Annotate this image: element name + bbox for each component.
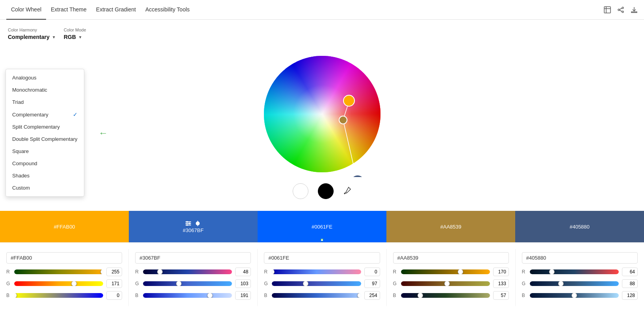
channel-row-g-1: G [135,279,251,288]
slider-r-3[interactable] [401,269,490,274]
channel-label-b: B [393,293,398,298]
channel-value-input-g-1[interactable] [235,279,251,288]
swatch-3[interactable]: #AA8539 [386,211,515,242]
svg-point-21 [196,221,200,225]
controls-row: Color Harmony Complementary ▼ Color Mode… [8,28,86,40]
svg-line-5 [620,10,622,11]
color-harmony-dropdown[interactable]: Complementary ▼ [8,34,56,40]
svg-point-20 [186,224,188,226]
color-wheel-svg[interactable] [259,51,385,177]
channel-label-b: B [135,293,140,298]
chevron-down-icon: ▼ [52,35,56,39]
slider-b-0[interactable] [14,293,103,298]
main-content: Color Harmony Complementary ▼ Color Mode… [0,20,644,199]
slider-g-3[interactable] [401,281,490,286]
dropdown-item-split-complementary[interactable]: Split Complementary [6,121,84,133]
slider-b-4[interactable] [530,293,619,298]
download-icon[interactable] [631,6,638,13]
channel-row-g-3: G [393,279,509,288]
black-circle[interactable] [318,183,334,199]
color-mode-dropdown[interactable]: RGB ▼ [64,34,86,40]
channel-value-input-b-1[interactable] [235,291,251,300]
tab-color-wheel[interactable]: Color Wheel [6,0,46,20]
dropdown-item-double-split-complementary[interactable]: Double Split Complementary [6,133,84,145]
color-harmony-label: Color Harmony [8,28,56,32]
channel-value-input-r-2[interactable] [364,268,380,276]
swatch-1[interactable]: #3067BF [129,211,258,242]
tab-extract-gradient[interactable]: Extract Gradient [91,0,141,20]
svg-line-4 [620,8,622,9]
channel-label-r: R [6,269,11,275]
swatch-2[interactable]: #0061FE▼▲ [258,211,386,242]
swatch-hex-1: #3067BF [183,227,204,233]
slider-thumb [357,293,361,298]
channel-value-input-g-3[interactable] [493,279,509,288]
channel-value-input-b-2[interactable] [364,291,380,300]
channel-label-r: R [135,269,140,275]
svg-rect-0 [604,7,611,13]
color-column-2: RGB [258,249,386,306]
dropdown-item-compound[interactable]: Compound [6,157,84,170]
slider-r-1[interactable] [143,269,232,274]
hex-input-0[interactable] [6,252,122,264]
expand-icon[interactable] [604,6,611,13]
slider-b-1[interactable] [143,293,232,298]
swatch-4[interactable]: #405880 [515,211,644,242]
channel-value-input-b-3[interactable] [493,291,509,300]
tab-accessibility-tools[interactable]: Accessibility Tools [141,0,195,20]
color-wheel-wrapper[interactable] [259,51,385,177]
slider-r-0[interactable] [14,269,103,274]
dropdown-item-triad[interactable]: Triad [6,96,84,108]
channel-row-r-4: R [522,268,638,276]
channel-value-input-r-1[interactable] [235,268,251,276]
dropdown-item-shades[interactable]: Shades [6,170,84,182]
tab-extract-theme[interactable]: Extract Theme [46,0,91,20]
swatch-0[interactable]: #FFAB00 [0,211,129,242]
channel-label-b: B [264,293,269,298]
slider-thumb [100,269,103,274]
slider-g-1[interactable] [143,281,232,286]
white-circle[interactable] [293,183,308,199]
channel-value-input-r-3[interactable] [493,268,509,276]
slider-b-2[interactable] [272,293,361,298]
dropdown-item-analogous[interactable]: Analogous [6,72,84,84]
share-icon[interactable] [617,6,624,13]
channel-value-input-g-4[interactable] [622,279,638,288]
channel-value-input-r-0[interactable] [106,268,122,276]
slider-b-3[interactable] [401,293,490,298]
slider-g-4[interactable] [530,281,619,286]
channel-value-input-r-4[interactable] [622,268,638,276]
slider-thumb [549,269,555,274]
slider-thumb [176,281,182,286]
slider-thumb [157,269,163,274]
slider-thumb [14,293,17,298]
dropdown-item-custom[interactable]: Custom [6,182,84,194]
dropdown-item-complementary[interactable]: Complementary✓ [6,108,84,121]
channel-value-input-g-2[interactable] [364,279,380,288]
hex-input-3[interactable] [393,252,509,264]
color-mode-label: Color Mode [64,28,86,32]
dropdown-item-square[interactable]: Square [6,145,84,157]
channel-value-input-g-0[interactable] [106,279,122,288]
chevron-down-icon-2: ▼ [78,35,82,39]
slider-g-2[interactable] [272,281,361,286]
sliders-icon [185,220,191,227]
swatch-hex-0: #FFAB00 [54,224,75,230]
slider-g-0[interactable] [14,281,103,286]
svg-point-10 [343,95,354,106]
channel-value-input-b-0[interactable] [106,291,122,300]
channel-label-g: G [135,281,140,286]
dropdown-item-monochromatic[interactable]: Monochromatic [6,84,84,96]
hex-input-1[interactable] [135,252,251,264]
hex-input-4[interactable] [522,252,638,264]
hex-input-2[interactable] [264,252,380,264]
slider-r-2[interactable] [272,269,361,274]
channel-row-g-0: G [6,279,122,288]
svg-point-2 [618,9,620,11]
channel-value-input-b-4[interactable] [622,291,638,300]
color-column-3: RGB [387,249,516,306]
eyedropper-button[interactable] [343,186,352,197]
channel-label-g: G [522,281,527,286]
channel-label-r: R [522,269,527,275]
slider-r-4[interactable] [530,269,619,274]
